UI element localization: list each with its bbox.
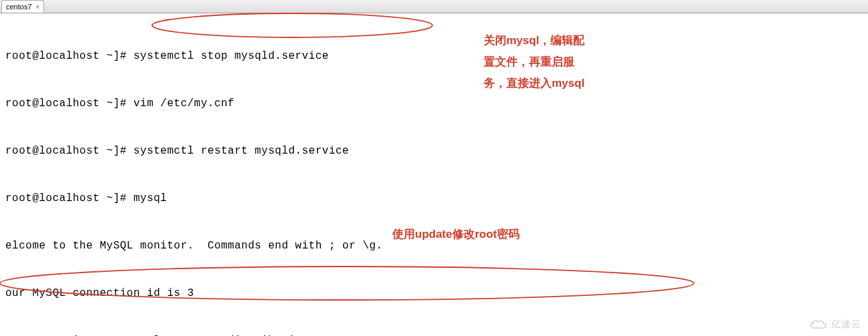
watermark-text: 亿速云: [831, 319, 861, 331]
annotation-text: 务，直接进入mysql: [484, 75, 584, 92]
tab-bar: centos7 ×: [0, 0, 868, 13]
terminal-output[interactable]: root@localhost ~]# systemctl stop mysqld…: [0, 13, 868, 336]
annotation-text: 使用update修改root密码: [392, 226, 520, 242]
cloud-icon: [809, 319, 829, 331]
terminal-line: root@localhost ~]# systemctl stop mysqld…: [5, 49, 863, 65]
terminal-line: our MySQL connection id is 3: [5, 286, 863, 302]
watermark: 亿速云: [809, 319, 861, 331]
terminal-line: root@localhost ~]# systemctl restart mys…: [5, 144, 863, 160]
terminal-line: root@localhost ~]# mysql: [5, 191, 863, 207]
terminal-line: root@localhost ~]# vim /etc/my.cnf: [5, 96, 863, 112]
annotation-text: 置文件，再重启服: [484, 53, 574, 70]
tab-centos7[interactable]: centos7 ×: [1, 0, 44, 13]
tab-label: centos7: [6, 3, 32, 11]
close-icon[interactable]: ×: [36, 3, 40, 11]
annotation-text: 关闭mysql，编辑配: [484, 32, 584, 49]
terminal-line: erver version: 5.7.17-log Source distrib…: [5, 333, 863, 336]
